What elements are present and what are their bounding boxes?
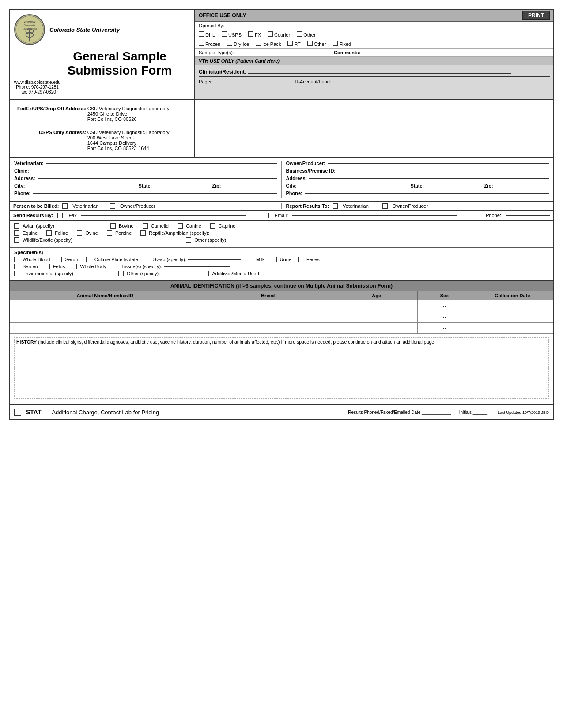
age-2[interactable] xyxy=(336,311,418,323)
urine-checkbox[interactable] xyxy=(272,257,277,262)
swab-field[interactable] xyxy=(188,259,241,260)
other-shipping-checkbox[interactable] xyxy=(297,31,302,37)
whole-body-checkbox[interactable] xyxy=(72,264,77,269)
vet-name-field[interactable] xyxy=(46,163,277,164)
date-1[interactable] xyxy=(472,300,553,311)
caprine-checkbox[interactable] xyxy=(210,223,215,229)
owner-zip-field[interactable] xyxy=(495,186,549,186)
report-vet-option: Veterinarian xyxy=(343,203,369,209)
clinic-field[interactable] xyxy=(31,171,277,171)
vet-state-field[interactable] xyxy=(154,186,208,186)
business-field[interactable] xyxy=(338,171,549,171)
owner-city-field[interactable] xyxy=(299,186,406,186)
breed-1[interactable] xyxy=(200,300,336,311)
fedex-label: FedEx/UPS/Drop Off Address: xyxy=(17,105,87,123)
breed-3[interactable] xyxy=(200,323,336,334)
rt-option: RT xyxy=(287,41,300,47)
vet-phone-field[interactable] xyxy=(33,193,276,194)
history-content: (include clinical signs, differential di… xyxy=(38,339,435,345)
email-send-checkbox[interactable] xyxy=(264,213,269,218)
wildlife-checkbox[interactable] xyxy=(14,237,19,243)
date-3[interactable] xyxy=(472,323,553,334)
usps-checkbox[interactable] xyxy=(222,31,227,37)
semen-checkbox[interactable] xyxy=(14,264,19,269)
feline-checkbox[interactable] xyxy=(46,230,52,236)
fixed-checkbox[interactable] xyxy=(333,41,338,46)
wildlife-item: Wildlife/Exotic (specify): xyxy=(14,237,142,243)
report-vet-checkbox[interactable] xyxy=(333,203,338,209)
other-species-checkbox[interactable] xyxy=(186,237,191,243)
owner-city-row: City: State: Zip: xyxy=(286,183,549,188)
other-specimen-checkbox[interactable] xyxy=(118,271,124,276)
owner-phone-field[interactable] xyxy=(305,193,549,194)
condition-row: Frozen Dry Ice Ice Pack RT Other xyxy=(195,39,553,49)
dhl-checkbox[interactable] xyxy=(199,31,204,37)
billed-vet-checkbox[interactable] xyxy=(62,203,68,209)
reptile-field[interactable] xyxy=(211,233,255,233)
comments-label: Comments: xyxy=(334,50,361,55)
swab-item: Swab (specify): xyxy=(145,257,241,262)
other-condition-checkbox[interactable] xyxy=(307,41,313,46)
age-3[interactable] xyxy=(336,323,418,334)
canine-checkbox[interactable] xyxy=(178,223,183,229)
avian-field[interactable] xyxy=(57,226,102,226)
sex-3[interactable]: -- xyxy=(417,323,472,334)
wildlife-field[interactable] xyxy=(76,240,142,240)
email-field[interactable] xyxy=(292,215,457,216)
owner-name-field[interactable] xyxy=(328,163,549,164)
sex-2[interactable]: -- xyxy=(417,311,472,323)
avian-checkbox[interactable] xyxy=(14,223,19,229)
sex-1[interactable]: -- xyxy=(417,300,472,311)
stat-checkbox[interactable] xyxy=(14,409,21,416)
phone-send-checkbox[interactable] xyxy=(475,213,480,218)
whole-blood-checkbox[interactable] xyxy=(14,257,19,262)
vet-zip-field[interactable] xyxy=(223,186,276,186)
environmental-checkbox[interactable] xyxy=(14,271,19,276)
dryice-checkbox[interactable] xyxy=(227,41,232,46)
vet-phone-label: Phone: xyxy=(14,191,30,196)
print-button[interactable]: PRINT xyxy=(522,11,550,20)
ovine-checkbox[interactable] xyxy=(77,230,82,236)
equine-checkbox[interactable] xyxy=(14,230,19,236)
vet-address-field[interactable] xyxy=(38,178,277,179)
report-owner-checkbox[interactable] xyxy=(382,203,388,209)
fx-checkbox[interactable] xyxy=(248,31,253,37)
tissues-field[interactable] xyxy=(164,266,230,267)
animal-id-3[interactable] xyxy=(10,323,200,334)
animal-id-2[interactable] xyxy=(10,311,200,323)
breed-2[interactable] xyxy=(200,311,336,323)
fax-field[interactable] xyxy=(81,215,246,216)
porcine-checkbox[interactable] xyxy=(107,230,112,236)
bovine-checkbox[interactable] xyxy=(110,223,116,229)
animal-id-1[interactable] xyxy=(10,300,200,311)
vet-city-field[interactable] xyxy=(27,186,134,186)
phone-send-field[interactable] xyxy=(506,215,550,216)
date-2[interactable] xyxy=(472,311,553,323)
swab-checkbox[interactable] xyxy=(145,257,150,262)
camelid-checkbox[interactable] xyxy=(143,223,148,229)
fax-checkbox[interactable] xyxy=(57,213,63,218)
additives-checkbox[interactable] xyxy=(204,271,209,276)
age-1[interactable] xyxy=(336,300,418,311)
frozen-checkbox[interactable] xyxy=(199,41,204,46)
feces-checkbox[interactable] xyxy=(298,257,303,262)
icepack-checkbox[interactable] xyxy=(256,41,261,46)
billed-owner-checkbox[interactable] xyxy=(110,203,115,209)
milk-checkbox[interactable] xyxy=(248,257,253,262)
reptile-checkbox[interactable] xyxy=(140,230,146,236)
species-section: Avian (specify): Bovine Camelid Canine C… xyxy=(10,221,553,248)
culture-checkbox[interactable] xyxy=(86,257,91,262)
courier-checkbox[interactable] xyxy=(268,31,273,37)
additives-field[interactable] xyxy=(262,274,298,274)
other-specimen-field[interactable] xyxy=(162,274,197,274)
tissues-checkbox[interactable] xyxy=(113,264,118,269)
serum-checkbox[interactable] xyxy=(57,257,62,262)
other-species-field[interactable] xyxy=(229,240,295,240)
environmental-field[interactable] xyxy=(76,274,112,274)
owner-address-field[interactable] xyxy=(309,178,549,179)
clinician-area: Clinician/Resident: Pager: H-Account/Fun… xyxy=(195,65,553,88)
rt-checkbox[interactable] xyxy=(287,41,293,46)
fetus-checkbox[interactable] xyxy=(45,264,50,269)
specimen-section: Specimen(s) Whole Blood Serum Culture Pl… xyxy=(10,248,553,281)
owner-state-field[interactable] xyxy=(426,186,480,186)
